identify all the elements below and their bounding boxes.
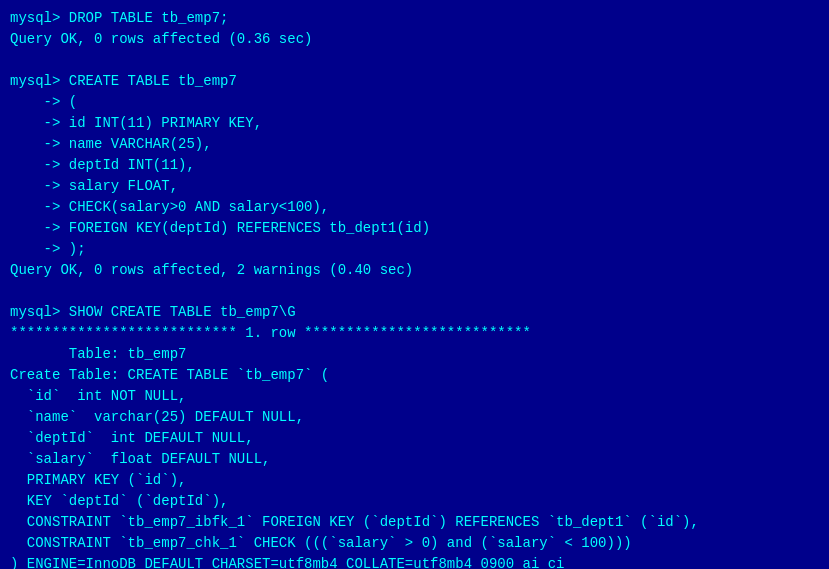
terminal-line-line15: mysql> SHOW CREATE TABLE tb_emp7\G [10,302,819,323]
terminal-line-line24: KEY `deptId` (`deptId`), [10,491,819,512]
terminal-line-line16: *************************** 1. row *****… [10,323,819,344]
terminal-line-line11: -> FOREIGN KEY(deptId) REFERENCES tb_dep… [10,218,819,239]
terminal-line-line17: Table: tb_emp7 [10,344,819,365]
terminal-line-line26: CONSTRAINT `tb_emp7_chk_1` CHECK (((`sal… [10,533,819,554]
terminal-line-line22: `salary` float DEFAULT NULL, [10,449,819,470]
terminal-line-line23: PRIMARY KEY (`id`), [10,470,819,491]
terminal-line-line20: `name` varchar(25) DEFAULT NULL, [10,407,819,428]
terminal-window: mysql> DROP TABLE tb_emp7;Query OK, 0 ro… [0,0,829,569]
terminal-line-line1: mysql> DROP TABLE tb_emp7; [10,8,819,29]
empty-line-2 [10,50,819,71]
terminal-line-line12: -> ); [10,239,819,260]
terminal-line-line5: -> ( [10,92,819,113]
terminal-line-line18: Create Table: CREATE TABLE `tb_emp7` ( [10,365,819,386]
terminal-line-line19: `id` int NOT NULL, [10,386,819,407]
terminal-line-line9: -> salary FLOAT, [10,176,819,197]
terminal-line-line10: -> CHECK(salary>0 AND salary<100), [10,197,819,218]
empty-line-13 [10,281,819,302]
terminal-line-line7: -> name VARCHAR(25), [10,134,819,155]
terminal-line-line2: Query OK, 0 rows affected (0.36 sec) [10,29,819,50]
terminal-line-line25: CONSTRAINT `tb_emp7_ibfk_1` FOREIGN KEY … [10,512,819,533]
terminal-line-line4: mysql> CREATE TABLE tb_emp7 [10,71,819,92]
terminal-line-line21: `deptId` int DEFAULT NULL, [10,428,819,449]
terminal-line-line13: Query OK, 0 rows affected, 2 warnings (0… [10,260,819,281]
terminal-line-line8: -> deptId INT(11), [10,155,819,176]
terminal-line-line27: ) ENGINE=InnoDB DEFAULT CHARSET=utf8mb4 … [10,554,819,569]
terminal-line-line6: -> id INT(11) PRIMARY KEY, [10,113,819,134]
